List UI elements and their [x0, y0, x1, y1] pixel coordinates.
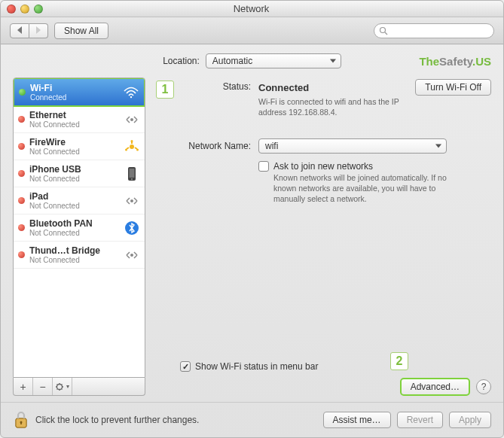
- service-sub: Not Connected: [29, 120, 119, 129]
- network-name-select[interactable]: wifi: [258, 138, 447, 154]
- service-sub: Connected: [30, 93, 118, 102]
- ask-to-join-description: Known networks will be joined automatica…: [273, 173, 462, 204]
- service-actions-button[interactable]: ▾: [53, 378, 72, 395]
- service-item-ipad[interactable]: iPad Not Connected: [14, 187, 145, 214]
- ethernet-icon: [124, 247, 140, 263]
- ask-to-join-label: Ask to join new networks: [273, 161, 373, 172]
- location-label: Location:: [163, 56, 200, 66]
- service-list: Wi-Fi Connected Ethernet Not Connected: [13, 78, 145, 378]
- service-name: Ethernet: [29, 110, 119, 120]
- svg-point-7: [136, 148, 139, 151]
- lock-text: Click the lock to prevent further change…: [35, 415, 317, 425]
- apply-button[interactable]: Apply: [449, 412, 491, 428]
- toolbar: Show All: [1, 17, 503, 44]
- service-sub: Not Connected: [29, 148, 119, 156]
- wifi-icon: [123, 84, 139, 101]
- show-status-label: Show Wi-Fi status in menu bar: [195, 361, 318, 372]
- status-dot-icon: [19, 89, 26, 96]
- bluetooth-icon: [124, 220, 140, 236]
- brand-watermark: TheSafety.US: [419, 55, 491, 68]
- zoom-icon[interactable]: [34, 5, 43, 14]
- service-item-firewire[interactable]: FireWire Not Connected: [14, 133, 145, 160]
- network-name-label: Network Name:: [156, 138, 258, 151]
- callout-2: 2: [390, 352, 408, 370]
- ask-to-join-checkbox[interactable]: [258, 161, 269, 172]
- sidebar-footer: + − ▾: [13, 378, 145, 396]
- help-button[interactable]: ?: [476, 379, 491, 394]
- minimize-icon[interactable]: [20, 5, 29, 14]
- svg-point-4: [130, 144, 134, 149]
- svg-rect-9: [130, 169, 135, 178]
- show-all-button[interactable]: Show All: [54, 23, 108, 39]
- assist-me-button[interactable]: Assist me…: [323, 412, 391, 428]
- svg-point-11: [130, 199, 133, 202]
- status-dot-icon: [18, 116, 25, 123]
- service-sub: Not Connected: [29, 256, 119, 264]
- svg-line-1: [385, 32, 387, 35]
- revert-button[interactable]: Revert: [397, 412, 443, 428]
- service-name: iPad: [29, 191, 119, 202]
- svg-point-0: [380, 27, 386, 32]
- service-sub: Not Connected: [29, 175, 119, 183]
- service-name: Wi-Fi: [30, 83, 118, 93]
- show-status-checkbox[interactable]: [180, 361, 191, 372]
- status-dot-icon: [18, 224, 25, 231]
- status-dot-icon: [18, 251, 25, 258]
- gear-icon: [55, 382, 66, 392]
- callout-1: 1: [156, 81, 174, 99]
- status-dot-icon: [18, 170, 25, 177]
- search-input[interactable]: [374, 23, 494, 38]
- service-sub: Not Connected: [29, 202, 119, 210]
- svg-rect-18: [20, 422, 22, 424]
- ethernet-icon: [124, 193, 140, 209]
- lock-icon: [14, 411, 29, 429]
- svg-point-14: [57, 384, 63, 389]
- add-service-button[interactable]: +: [14, 378, 33, 395]
- service-sub: Not Connected: [29, 229, 119, 237]
- service-name: iPhone USB: [29, 164, 119, 175]
- status-dot-icon: [18, 197, 25, 204]
- advanced-button[interactable]: Advanced…: [400, 378, 470, 396]
- svg-point-3: [130, 118, 133, 121]
- service-item-ethernet[interactable]: Ethernet Not Connected: [14, 106, 145, 133]
- status-dot-icon: [18, 143, 25, 150]
- lock-button[interactable]: [13, 410, 29, 430]
- turn-wifi-off-button[interactable]: Turn Wi-Fi Off: [415, 79, 491, 96]
- titlebar: Network: [1, 1, 503, 17]
- svg-point-6: [125, 148, 127, 151]
- search-icon: [379, 26, 388, 35]
- window-title: Network: [43, 3, 460, 14]
- nav-buttons: [10, 23, 48, 38]
- svg-point-10: [131, 178, 133, 180]
- service-name: FireWire: [29, 137, 119, 148]
- service-item-bluetooth[interactable]: Bluetooth PAN Not Connected: [14, 214, 145, 242]
- location-select[interactable]: Automatic: [206, 53, 341, 68]
- svg-point-13: [130, 254, 133, 257]
- svg-point-5: [131, 140, 133, 142]
- service-name: Bluetooth PAN: [29, 218, 119, 229]
- close-icon[interactable]: [7, 5, 16, 14]
- service-item-iphone[interactable]: iPhone USB Not Connected: [14, 160, 145, 187]
- ethernet-icon: [124, 111, 140, 128]
- service-item-thunderbolt[interactable]: Thund…t Bridge Not Connected: [14, 242, 145, 269]
- remove-service-button[interactable]: −: [33, 378, 53, 395]
- service-name: Thund…t Bridge: [29, 245, 119, 256]
- iphone-icon: [124, 166, 140, 182]
- status-description: Wi-Fi is connected to wifi and has the I…: [258, 97, 424, 117]
- forward-button[interactable]: [29, 23, 48, 38]
- service-item-wifi[interactable]: Wi-Fi Connected: [13, 78, 145, 107]
- firewire-icon: [124, 138, 140, 155]
- back-button[interactable]: [10, 23, 29, 38]
- svg-point-2: [130, 96, 132, 97]
- status-value: Connected: [258, 82, 309, 93]
